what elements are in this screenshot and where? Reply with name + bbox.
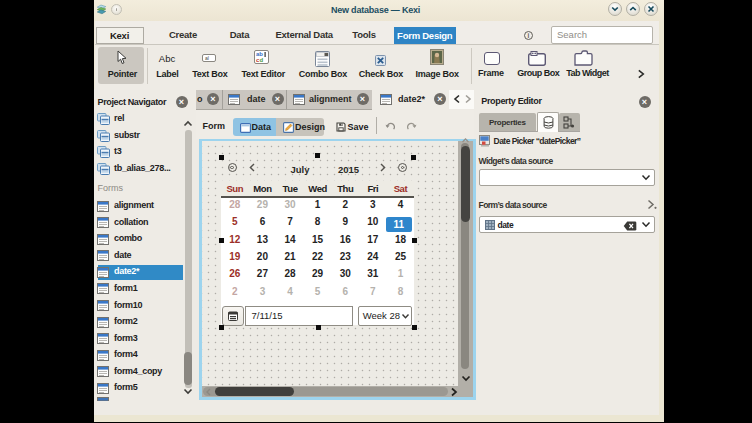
svg-text:d: d bbox=[260, 57, 264, 63]
